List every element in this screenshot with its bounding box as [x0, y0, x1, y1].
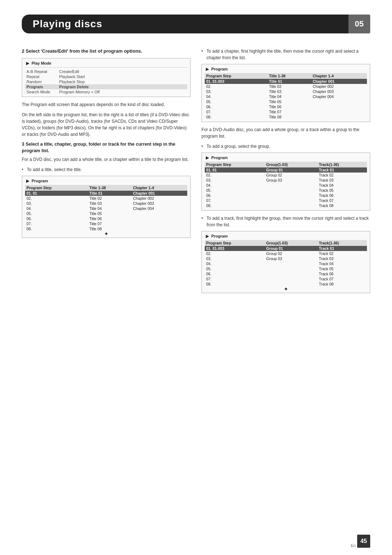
program3-icon: ▶ [205, 155, 210, 160]
bullet-add-title: To add a title, select the title. [22, 166, 191, 173]
page-number-badge: 45 [357, 535, 370, 548]
title-section: Playing discs [22, 15, 348, 33]
page-lang: En [351, 543, 356, 548]
program-table2: Program StepTitle 1-38Chapter 1-4 01. 01… [205, 73, 367, 119]
step3-body1: For a DVD disc, you can add a whole titl… [22, 156, 191, 163]
program-table4-container: ▶ Program Program StepGroup(1-03)Track(1… [201, 231, 370, 293]
program-table4-title: ▶ Program [205, 234, 367, 239]
content-area: 2 Select 'Create/Edit' from the list of … [22, 48, 370, 297]
right-column: To add a chapter, first highlight the ti… [201, 48, 370, 297]
dvd-audio-body: For a DVD-Audio disc, you can add a whol… [201, 126, 370, 139]
program-table2-container: ▶ Program Program StepTitle 1-38Chapter … [201, 64, 370, 122]
step2-body2: On the left side is the program list, th… [22, 112, 191, 138]
diamond1: ◆ [25, 231, 187, 235]
program1-icon: ▶ [25, 178, 30, 183]
chapter-number: 05 [348, 15, 370, 33]
program-table3-title: ▶ Program [205, 155, 367, 160]
program-table1: Program StepTitle 1-38Chapter 1-4 01. 01… [25, 185, 187, 231]
diamond4: ◆ [205, 287, 367, 291]
bullet-add-chapter: To add a chapter, first highlight the ti… [201, 48, 370, 61]
play-mode-box: ▶ Play Mode A-B RepeatCreate/EditRepeatP… [22, 58, 191, 97]
bullet-add-track: To add a track, first highlight the grou… [201, 215, 370, 228]
program-table3: Program StepGroup(1-03)Track(1-36) 01. 0… [205, 162, 367, 208]
play-mode-icon: ▶ [25, 61, 30, 66]
program-table1-title: ▶ Program [25, 178, 187, 183]
header-bar: Playing discs 05 [22, 15, 370, 33]
page-title: Playing discs [33, 18, 102, 29]
divider [25, 67, 187, 68]
play-mode-table: A-B RepeatCreate/EditRepeatPlayback Star… [25, 69, 187, 94]
play-mode-title: ▶ Play Mode [25, 61, 187, 66]
bullet-add-group: To add a group, select the group. [201, 143, 370, 150]
program-table1-container: ▶ Program Program StepTitle 1-38Chapter … [22, 176, 191, 238]
program-table4: Program StepGroup(1-03)Track(1-36) 01. 0… [205, 240, 367, 287]
program-table2-title: ▶ Program [205, 66, 367, 72]
program4-icon: ▶ [205, 234, 210, 239]
step2-heading: 2 Select 'Create/Edit' from the list of … [22, 48, 191, 54]
step2-body1: The Program edit screen that appears dep… [22, 101, 191, 108]
left-column: 2 Select 'Create/Edit' from the list of … [22, 48, 191, 297]
program-table3-container: ▶ Program Program StepGroup(1-03)Track(1… [201, 153, 370, 211]
step3-heading: 3 Select a title, chapter, group, folder… [22, 141, 191, 154]
program2-icon: ▶ [205, 66, 210, 72]
page-container: Playing discs 05 2 Select 'Create/Edit' … [0, 15, 392, 555]
